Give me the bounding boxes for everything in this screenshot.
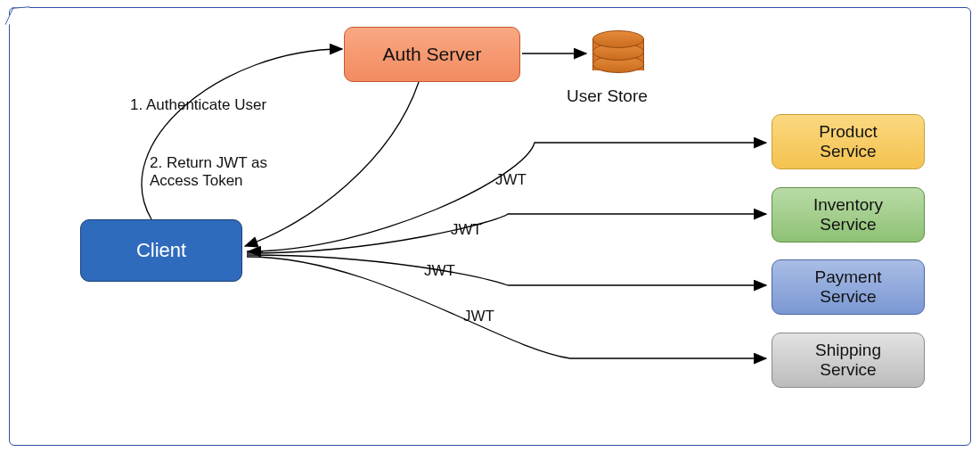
user-store-icon (592, 30, 642, 77)
jwt-label-product: JWT (495, 171, 527, 189)
step2-label-l1: 2. Return JWT as (150, 154, 267, 172)
shipping-service-node: ShippingService (772, 333, 925, 388)
jwt-label-inventory: JWT (451, 221, 482, 239)
step2-label-l2: Access Token (150, 172, 243, 190)
auth-server-node: Auth Server (344, 27, 520, 82)
jwt-label-payment: JWT (424, 262, 455, 280)
payment-service-node: PaymentService (772, 259, 925, 315)
step1-label: 1. Authenticate User (130, 96, 266, 114)
client-node: Client (80, 219, 242, 282)
jwt-label-shipping: JWT (463, 308, 494, 325)
user-store-label: User Store (567, 86, 648, 106)
product-service-node: ProductService (772, 114, 925, 169)
inventory-service-node: InventoryService (772, 187, 925, 242)
